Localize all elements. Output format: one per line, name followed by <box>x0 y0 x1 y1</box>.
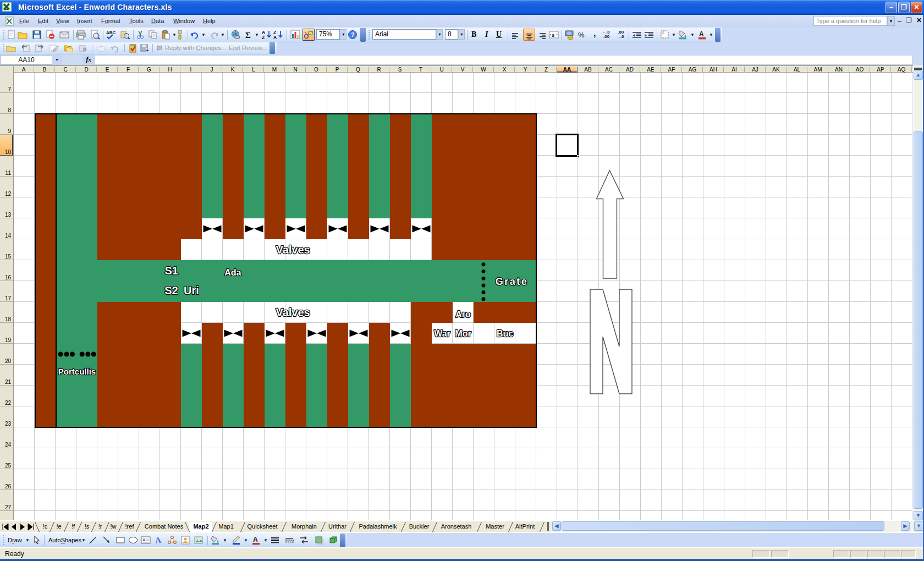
svg-text:Valves: Valves <box>276 306 310 318</box>
svg-text:Ada: Ada <box>224 268 241 277</box>
svg-text:Buc: Buc <box>497 329 513 338</box>
svg-text:Portcullis: Portcullis <box>58 367 96 376</box>
svg-text:?: ? <box>351 31 355 38</box>
svg-text:A: A <box>273 35 277 40</box>
svg-text:War: War <box>434 329 450 338</box>
svg-text:Mor: Mor <box>455 329 471 338</box>
svg-text:Aro: Aro <box>455 310 471 319</box>
svg-text:A: A <box>699 30 704 38</box>
svg-text:A: A <box>155 536 162 545</box>
svg-text:ABC: ABC <box>106 30 116 35</box>
svg-text:S2: S2 <box>164 284 178 296</box>
svg-text:a: a <box>552 32 554 38</box>
svg-text:Σ: Σ <box>245 31 251 40</box>
svg-text:S1: S1 <box>164 265 178 277</box>
svg-text:Valves: Valves <box>276 244 310 256</box>
svg-text:Z: Z <box>262 35 265 40</box>
svg-text:Uri: Uri <box>184 284 199 296</box>
svg-text:Grate: Grate <box>496 276 529 287</box>
svg-text:A: A <box>253 536 258 543</box>
svg-text:A: A <box>142 537 146 542</box>
